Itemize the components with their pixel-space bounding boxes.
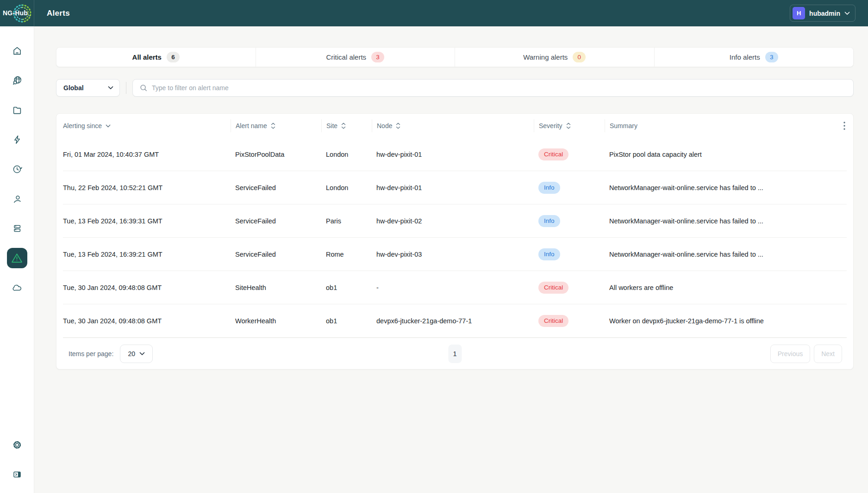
items-per-page-label: Items per page: bbox=[69, 350, 113, 357]
pagination-bar: Items per page: 20 1 Previous Next bbox=[63, 338, 847, 369]
severity-badge: Critical bbox=[538, 315, 568, 327]
sidebar-item-users[interactable] bbox=[12, 193, 23, 204]
user-menu[interactable]: H hubadmin bbox=[790, 5, 856, 22]
filter-divider bbox=[126, 82, 126, 94]
table-row[interactable]: Tue, 30 Jan 2024, 09:48:08 GMT SiteHealt… bbox=[63, 271, 847, 304]
cloud-icon bbox=[12, 282, 23, 293]
table-row[interactable]: Fri, 01 Mar 2024, 10:40:37 GMT PixStorPo… bbox=[63, 138, 847, 171]
globe-search-icon bbox=[12, 75, 23, 86]
severity-badge: Info bbox=[538, 248, 560, 260]
table-row[interactable]: Tue, 13 Feb 2024, 16:39:31 GMT ServiceFa… bbox=[63, 204, 847, 238]
tab-all-alerts[interactable]: All alerts 6 bbox=[56, 48, 256, 67]
cell-alerting-since: Fri, 01 Mar 2024, 10:40:37 GMT bbox=[63, 151, 231, 158]
main-content: All alerts 6 Critical alerts 3 Warning a… bbox=[34, 26, 868, 493]
sidebar-item-alerts-active[interactable] bbox=[7, 248, 27, 268]
tab-label: All alerts bbox=[132, 53, 162, 61]
cell-summary: NetworkManager-wait-online.service has f… bbox=[605, 217, 826, 225]
column-header-site[interactable]: Site bbox=[321, 119, 372, 132]
cell-summary: All workers are offline bbox=[605, 284, 826, 291]
tab-info-alerts[interactable]: Info alerts 3 bbox=[655, 48, 854, 67]
user-name: hubadmin bbox=[809, 10, 840, 17]
alert-triangle-icon bbox=[11, 252, 23, 264]
cell-alert-name: ServiceFailed bbox=[231, 184, 321, 191]
severity-badge: Info bbox=[538, 182, 560, 194]
cell-alert-name: PixStorPoolData bbox=[231, 151, 321, 158]
cell-site: Paris bbox=[321, 217, 372, 225]
pager-buttons: Previous Next bbox=[770, 345, 842, 363]
severity-badge: Critical bbox=[538, 148, 568, 160]
cell-site: ob1 bbox=[321, 317, 372, 325]
column-header-alert-name[interactable]: Alert name bbox=[231, 119, 321, 132]
cell-node: hw-dev-pixit-02 bbox=[372, 217, 534, 225]
alerts-table-card: Alerting since Alert name Site Node Seve… bbox=[56, 113, 854, 370]
tab-label: Warning alerts bbox=[523, 53, 568, 61]
logo-text: NG-Hub™ bbox=[3, 9, 31, 18]
table-row[interactable]: Tue, 13 Feb 2024, 16:39:21 GMT ServiceFa… bbox=[63, 238, 847, 271]
app-root: NG-Hub™ Alerts H hubadmin bbox=[0, 0, 868, 493]
tab-count-badge: 6 bbox=[167, 52, 180, 62]
table-options-menu[interactable] bbox=[826, 119, 847, 132]
sort-both-icon bbox=[566, 123, 571, 129]
cell-alerting-since: Tue, 30 Jan 2024, 09:48:08 GMT bbox=[63, 317, 231, 325]
gear-icon bbox=[12, 439, 23, 450]
cell-alert-name: ServiceFailed bbox=[231, 217, 321, 225]
cell-node: - bbox=[372, 284, 534, 291]
table-row[interactable]: Tue, 30 Jan 2024, 09:48:08 GMT WorkerHea… bbox=[63, 304, 847, 338]
column-header-node[interactable]: Node bbox=[372, 119, 534, 132]
home-icon bbox=[12, 45, 23, 56]
sidebar-item-servers[interactable] bbox=[12, 223, 23, 234]
column-header-alerting-since[interactable]: Alerting since bbox=[63, 119, 231, 132]
cell-summary: NetworkManager-wait-online.service has f… bbox=[605, 184, 826, 191]
next-page-button[interactable]: Next bbox=[814, 345, 842, 363]
sidebar-item-history[interactable] bbox=[12, 164, 23, 175]
cell-alert-name: ServiceFailed bbox=[231, 251, 321, 258]
search-input[interactable] bbox=[152, 84, 847, 92]
sidebar-item-projects[interactable] bbox=[12, 105, 23, 116]
scope-select[interactable]: Global bbox=[56, 79, 120, 97]
cell-severity: Info bbox=[534, 182, 605, 194]
filter-row: Global bbox=[56, 79, 854, 97]
current-page-indicator[interactable]: 1 bbox=[448, 345, 462, 363]
tab-label: Info alerts bbox=[730, 53, 760, 61]
cell-severity: Info bbox=[534, 248, 605, 260]
cell-site: London bbox=[321, 184, 372, 191]
table-row[interactable]: Thu, 22 Feb 2024, 10:52:21 GMT ServiceFa… bbox=[63, 171, 847, 204]
sidebar-item-collapse-panel[interactable] bbox=[12, 469, 23, 480]
kebab-menu-icon bbox=[843, 121, 846, 130]
column-header-severity[interactable]: Severity bbox=[534, 119, 605, 132]
cell-summary: Worker on devpx6-jtucker-21ga-demo-77-1 … bbox=[605, 317, 826, 325]
sidebar-item-home[interactable] bbox=[12, 45, 23, 56]
cell-summary: PixStor pool data capacity alert bbox=[605, 151, 826, 158]
cell-node: hw-dev-pixit-01 bbox=[372, 184, 534, 191]
tab-warning-alerts[interactable]: Warning alerts 0 bbox=[455, 48, 655, 67]
tab-critical-alerts[interactable]: Critical alerts 3 bbox=[256, 48, 456, 67]
cell-node: hw-dev-pixit-01 bbox=[372, 151, 534, 158]
previous-page-button[interactable]: Previous bbox=[770, 345, 810, 363]
sidebar-item-cloud[interactable] bbox=[12, 282, 23, 293]
sidebar-item-actions[interactable] bbox=[12, 134, 23, 145]
cell-severity: Critical bbox=[534, 148, 605, 160]
sidebar-item-discovery[interactable] bbox=[12, 75, 23, 86]
cell-site: London bbox=[321, 151, 372, 158]
cell-severity: Info bbox=[534, 215, 605, 227]
top-bar: NG-Hub™ Alerts H hubadmin bbox=[0, 0, 868, 26]
alert-tabs: All alerts 6 Critical alerts 3 Warning a… bbox=[56, 47, 854, 67]
panel-collapse-icon bbox=[12, 469, 23, 480]
cell-alerting-since: Thu, 22 Feb 2024, 10:52:21 GMT bbox=[63, 184, 231, 191]
items-per-page-select[interactable]: 20 bbox=[120, 345, 153, 363]
cell-alert-name: WorkerHealth bbox=[231, 317, 321, 325]
user-icon bbox=[12, 193, 23, 204]
sidebar-nav bbox=[0, 26, 34, 493]
table-header-row: Alerting since Alert name Site Node Seve… bbox=[63, 114, 847, 138]
cell-site: ob1 bbox=[321, 284, 372, 291]
cell-alerting-since: Tue, 30 Jan 2024, 09:48:08 GMT bbox=[63, 284, 231, 291]
app-logo[interactable]: NG-Hub™ bbox=[0, 0, 34, 26]
chevron-down-icon bbox=[844, 12, 850, 15]
sidebar-item-settings[interactable] bbox=[12, 439, 23, 450]
cell-severity: Critical bbox=[534, 315, 605, 327]
cell-alerting-since: Tue, 13 Feb 2024, 16:39:31 GMT bbox=[63, 217, 231, 225]
folder-icon bbox=[12, 105, 23, 116]
cell-node: hw-dev-pixit-03 bbox=[372, 251, 534, 258]
tab-count-badge: 3 bbox=[371, 52, 384, 62]
chevron-down-icon bbox=[108, 86, 113, 90]
